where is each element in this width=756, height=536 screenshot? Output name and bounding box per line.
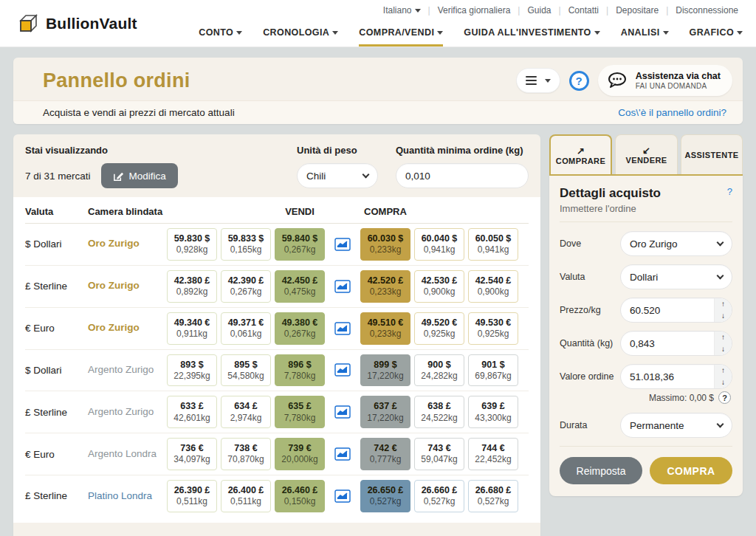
sell-price-cell[interactable]: 895 $54,580kg [221,354,271,387]
buy-price-cell[interactable]: 900 $24,282kg [414,354,464,387]
weight-unit-label: Unità di peso [297,145,378,156]
vault-name: Oro Zurigo [88,322,163,334]
spinner-down-icon[interactable]: ↓ [715,343,732,355]
spinner-up-icon[interactable]: ↑ [715,298,732,310]
chart-button[interactable] [329,322,357,335]
table-row: € Euro Oro Zurigo 49.340 €0,911kg 49.371… [25,308,529,350]
nav-analisi[interactable]: ANALISI [621,27,669,47]
tab-vendere[interactable]: ↙ VENDERE [615,134,678,174]
buy-price-cell[interactable]: 49.520 €0,925kg [414,312,464,345]
price-input[interactable] [621,298,714,322]
buy-button[interactable]: COMPRA [650,457,732,484]
chat-assist-button[interactable]: Assistenza via chat FAI UNA DOMANDA [598,65,732,96]
sell-price-cell[interactable]: 49.340 €0,911kg [167,312,217,345]
tab-assistente[interactable]: ASSISTENTE [681,134,743,174]
nav-compra-vendi[interactable]: COMPRA/VENDI [359,27,443,47]
col-header-vault: Camera blindata [88,206,163,217]
best-buy-price-cell[interactable]: 26.650 £0,527kg [360,480,410,512]
sell-price-cell[interactable]: 26.390 £0,511kg [167,480,217,512]
order-help-icon[interactable]: ? [727,186,732,197]
what-is-panel-link[interactable]: Cos\'è il pannello ordini? [618,107,726,118]
sell-price-cell[interactable]: 738 €70,870kg [221,438,271,470]
best-buy-price-cell[interactable]: 637 £17,220kg [360,396,410,428]
buy-price-cell[interactable]: 60.050 $0,941kg [468,228,518,261]
best-sell-price-cell[interactable]: 635 £7,780kg [275,396,325,428]
buy-price-cell[interactable]: 744 €22,452kg [468,438,518,470]
buy-price-cell[interactable]: 26.660 £0,527kg [414,480,464,512]
where-select[interactable]: Oro Zurigo [620,231,732,256]
spinner-up-icon[interactable]: ↑ [715,331,732,343]
buy-price-cell[interactable]: 42.540 £0,900kg [468,270,518,303]
viewing-count: 7 di 31 mercati [25,171,91,182]
sell-price-cell[interactable]: 42.390 £0,267kg [221,270,271,303]
spinner-up-icon[interactable]: ↑ [715,365,732,377]
sell-price-cell[interactable]: 26.400 £0,511kg [221,480,271,512]
table-row: $ Dollari Oro Zurigo 59.830 $0,928kg 59.… [25,224,529,266]
sell-price-cell[interactable]: 736 €34,097kg [167,438,217,470]
brand-logo[interactable]: BullionVault [16,0,137,47]
spinner-down-icon[interactable]: ↓ [715,310,732,322]
link-verifica[interactable]: Verifica giornaliera [430,5,518,16]
chart-button[interactable] [329,447,357,461]
nav-cronologia[interactable]: CRONOLOGIA [263,27,338,47]
spinner-down-icon[interactable]: ↓ [715,377,732,388]
best-sell-price-cell[interactable]: 42.450 £0,475kg [275,270,325,303]
best-sell-price-cell[interactable]: 739 €20,000kg [275,438,325,470]
buy-price-cell[interactable]: 639 £43,300kg [468,396,518,428]
duration-select[interactable]: Permanente [620,413,732,438]
menu-button[interactable] [516,68,560,93]
sell-price-cell[interactable]: 893 $22,395kg [167,354,217,387]
sell-price-cell[interactable]: 42.380 £0,892kg [167,270,217,303]
chevron-down-icon [594,31,600,35]
chart-button[interactable] [329,405,357,419]
price-chart-icon [334,363,351,377]
best-buy-price-cell[interactable]: 899 $17,220kg [360,354,410,387]
buy-price-cell[interactable]: 26.680 £0,527kg [468,480,518,512]
best-sell-price-cell[interactable]: 59.840 $0,267kg [275,228,325,261]
chart-button[interactable] [329,280,357,293]
nav-guida-investimento[interactable]: GUIDA ALL'INVESTIMENTO [464,27,599,47]
help-icon[interactable]: ? [569,71,589,91]
link-depositare[interactable]: Depositare [608,5,666,16]
quantity-input[interactable] [621,331,714,355]
edit-icon [113,171,124,182]
best-buy-price-cell[interactable]: 42.520 £0,233kg [360,270,410,303]
table-row: £ Sterline Argento Zurigo 633 £42,601kg … [25,391,529,433]
chevron-down-icon [415,9,421,13]
language-menu[interactable]: Italiano [376,5,428,16]
sell-price-cell[interactable]: 49.371 €0,061kg [221,312,271,345]
chevron-down-icon [737,31,743,35]
best-sell-price-cell[interactable]: 49.380 €0,267kg [275,312,325,345]
link-contatti[interactable]: Contatti [561,5,606,16]
best-buy-price-cell[interactable]: 60.030 $0,233kg [360,228,410,261]
weight-unit-select[interactable]: Chili [297,163,378,188]
sell-price-cell[interactable]: 59.830 $0,928kg [167,228,217,261]
sell-price-cell[interactable]: 634 £2,974kg [221,396,271,428]
currency-select[interactable]: Dollari [620,264,732,289]
best-sell-price-cell[interactable]: 896 $7,780kg [275,354,325,387]
best-sell-price-cell[interactable]: 26.460 £0,150kg [275,480,325,512]
buy-price-cell[interactable]: 743 €59,047kg [414,438,464,470]
nav-conto[interactable]: CONTO [199,27,242,47]
reset-button[interactable]: Reimposta [560,457,642,484]
chart-button[interactable] [329,489,357,503]
modify-markets-button[interactable]: Modifica [101,163,178,188]
sell-price-cell[interactable]: 59.833 $0,165kg [221,228,271,261]
buy-price-cell[interactable]: 49.530 €0,925kg [468,312,518,345]
buy-price-cell[interactable]: 901 $69,867kg [468,354,518,387]
order-value-input[interactable] [621,365,714,388]
min-qty-input[interactable] [405,171,519,182]
sell-price-cell[interactable]: 633 £42,601kg [167,396,217,428]
chart-button[interactable] [329,238,357,251]
nav-grafico[interactable]: GRAFICO [690,27,743,47]
best-buy-price-cell[interactable]: 49.510 €0,233kg [360,312,410,345]
best-buy-price-cell[interactable]: 742 €0,777kg [360,438,410,470]
link-guida[interactable]: Guida [520,5,558,16]
chart-button[interactable] [329,363,357,377]
buy-price-cell[interactable]: 638 £24,522kg [414,396,464,428]
buy-price-cell[interactable]: 60.040 $0,941kg [414,228,464,261]
max-help-icon[interactable]: ? [718,391,731,404]
tab-comprare[interactable]: ↗ COMPRARE [549,134,612,174]
link-disconnessione[interactable]: Disconnessione [668,5,746,16]
buy-price-cell[interactable]: 42.530 £0,900kg [414,270,464,303]
